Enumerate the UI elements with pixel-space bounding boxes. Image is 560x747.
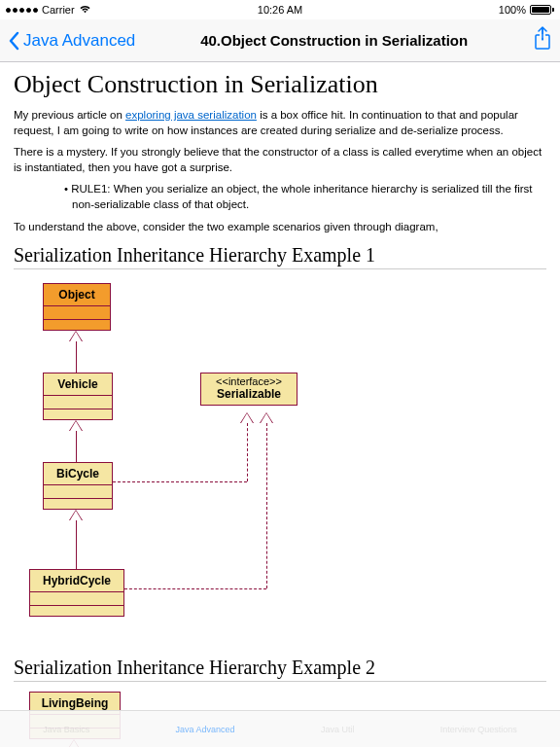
uml-diagram-1: Object Vehicle BiCycle HybridCycle <<int…: [14, 277, 546, 647]
back-button[interactable]: Java Advanced: [8, 31, 135, 51]
tab-bar: Java Basics Java Advanced Java Util Inte…: [0, 710, 560, 747]
uml-class-hybridcycle: HybridCycle: [29, 569, 124, 617]
uml-arrow-icon: [241, 413, 253, 423]
uml-arrow-icon: [261, 413, 272, 423]
chevron-left-icon: [8, 31, 19, 51]
signal-icon: [6, 8, 38, 13]
uml-dashed-line: [113, 481, 247, 482]
tab-java-util[interactable]: Java Util: [321, 725, 355, 734]
uml-class-bicycle: BiCycle: [43, 462, 113, 510]
tab-java-advanced[interactable]: Java Advanced: [176, 725, 235, 734]
share-icon: [533, 26, 552, 52]
uml-arrow-icon: [70, 332, 82, 341]
content-area[interactable]: Object Construction in Serialization My …: [0, 62, 560, 747]
share-button[interactable]: [533, 26, 552, 55]
link-exploring-serialization[interactable]: exploring java serialization: [125, 109, 257, 121]
status-right: 100%: [499, 4, 554, 16]
paragraph-3: To understand the above, consider the tw…: [14, 219, 546, 234]
wifi-icon: [79, 4, 91, 16]
nav-title: 40.Object Construction in Serialization: [135, 32, 533, 49]
heading-example-2: Serialization Inheritance Hierarchy Exam…: [14, 657, 546, 682]
tab-java-basics[interactable]: Java Basics: [43, 725, 89, 734]
paragraph-2: There is a mystery. If you strongly beli…: [14, 144, 546, 175]
uml-arrow-icon: [70, 511, 82, 520]
nav-bar: Java Advanced 40.Object Construction in …: [0, 19, 560, 62]
status-bar: Carrier 10:26 AM 100%: [0, 0, 560, 19]
back-label: Java Advanced: [23, 31, 135, 51]
uml-dashed-line: [266, 423, 267, 588]
carrier-label: Carrier: [42, 4, 75, 16]
uml-dashed-line: [124, 588, 266, 589]
tab-interview-questions[interactable]: Interview Questions: [440, 725, 517, 734]
uml-class-vehicle: Vehicle: [43, 373, 113, 420]
status-left: Carrier: [6, 4, 91, 16]
battery-icon: [530, 5, 554, 15]
status-time: 10:26 AM: [258, 4, 302, 16]
heading-example-1: Serialization Inheritance Hierarchy Exam…: [14, 244, 546, 269]
battery-percent: 100%: [499, 4, 526, 16]
paragraph-1: My previous article on exploring java se…: [14, 107, 546, 138]
uml-interface-serializable: <<interface>> Serializable: [200, 373, 298, 406]
rule-1: • RULE1: When you serialize an object, t…: [72, 181, 546, 212]
page-heading: Object Construction in Serialization: [14, 70, 546, 99]
uml-class-object: Object: [43, 283, 111, 331]
uml-arrow-icon: [70, 421, 82, 431]
uml-dashed-line: [247, 423, 248, 481]
